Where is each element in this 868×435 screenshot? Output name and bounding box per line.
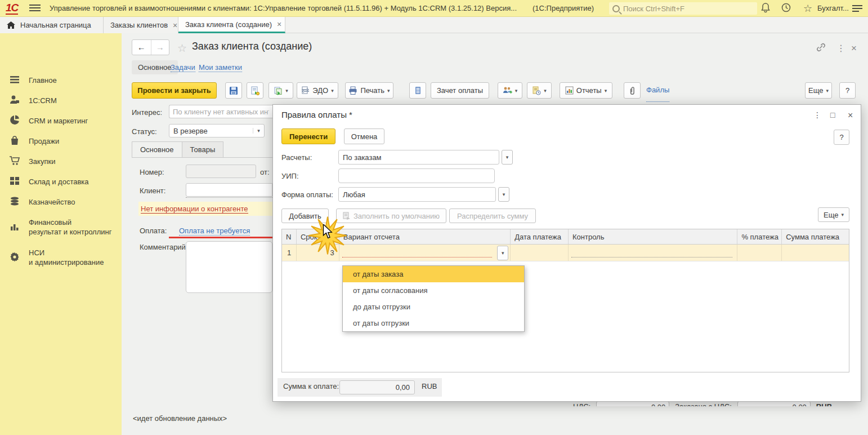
document-schedule-button[interactable]: ▾ xyxy=(527,82,552,99)
sidebar-item-crm-marketing[interactable]: CRM и маркетинг xyxy=(0,112,122,129)
status-select[interactable]: В резерве ▾ xyxy=(169,124,265,137)
sidebar-item-sales[interactable]: Продажи xyxy=(0,132,122,149)
reports-button[interactable]: Отчеты ▾ xyxy=(560,82,612,99)
payment-rules-link[interactable]: Оплата не требуется xyxy=(179,227,250,236)
favorite-star-icon[interactable]: ☆ xyxy=(177,42,187,55)
col-pay-date[interactable]: Дата платежа xyxy=(511,229,569,244)
subtab-divider xyxy=(132,157,276,158)
variant-dropdown-button[interactable]: ▾ xyxy=(497,246,508,260)
dialog-maximize-icon[interactable]: □ xyxy=(830,110,835,119)
tab-home-label: Начальная страница xyxy=(20,21,91,29)
cell-sum[interactable] xyxy=(782,245,849,261)
payform-dropdown-button[interactable]: ▾ xyxy=(498,187,509,202)
files-link[interactable]: Файлы xyxy=(646,86,669,102)
user-menu[interactable]: Бухгалт... xyxy=(817,0,849,17)
tab-customer-orders[interactable]: Заказы клиентов × xyxy=(104,17,178,33)
chevron-down-icon[interactable]: ▾ xyxy=(253,128,264,134)
edo-button[interactable]: ЭДО ▾ xyxy=(297,82,338,99)
payment-offset-button[interactable]: Зачет оплаты xyxy=(431,82,489,99)
dialog-more-button[interactable]: Еще▾ xyxy=(818,207,849,222)
post-document-button[interactable] xyxy=(247,82,263,99)
payform-select[interactable]: Любая xyxy=(338,187,496,202)
add-contact-button[interactable]: ▾ xyxy=(498,82,522,99)
more-label: Еще xyxy=(808,86,823,95)
settings-menu-icon[interactable] xyxy=(852,5,862,14)
nav-tab-notes[interactable]: Мои заметки xyxy=(199,63,242,72)
dropdown-option-approval-date[interactable]: от даты согласования xyxy=(343,282,524,299)
subtab-goods[interactable]: Товары xyxy=(182,141,224,158)
global-search-input[interactable]: Поиск Ctrl+Shift+F xyxy=(609,2,757,15)
sidebar-item-purchases[interactable]: Закупки xyxy=(0,153,122,170)
calculations-dropdown-button[interactable]: ▾ xyxy=(502,150,513,165)
status-label: Статус: xyxy=(132,127,157,136)
sidebar-item-treasury[interactable]: Казначейство xyxy=(0,193,122,210)
sidebar-item-finresult[interactable]: Финансовый результат и контроллинг xyxy=(0,215,122,239)
dialog-more-dots-icon[interactable]: ⋮ xyxy=(813,110,821,119)
no-counterparty-banner: Нет информации о контрагенте xyxy=(138,202,276,216)
col-term[interactable]: Срок xyxy=(297,229,339,244)
save-button[interactable] xyxy=(225,82,242,99)
nav-tab-tasks[interactable]: Задачи xyxy=(171,63,195,72)
col-sum[interactable]: Сумма платежа xyxy=(782,229,849,244)
favorites-star-icon[interactable]: ☆ xyxy=(802,3,814,14)
history-icon[interactable] xyxy=(781,3,794,14)
main-menu-icon[interactable] xyxy=(29,5,41,12)
more-dots-icon[interactable]: ⋮ xyxy=(836,43,845,54)
subtab-main[interactable]: Основное xyxy=(132,141,182,158)
cell-n[interactable]: 1 xyxy=(282,245,297,261)
post-and-close-button[interactable]: Провести и закрыть xyxy=(132,82,217,99)
people-add-icon xyxy=(503,86,512,95)
cell-variant-editor[interactable]: ▾ xyxy=(339,245,511,261)
col-percent[interactable]: % платежа xyxy=(737,229,782,244)
structure-button[interactable] xyxy=(409,82,426,99)
order-subtabs: Основное Товары Дополнительн xyxy=(132,141,276,158)
sidebar-item-warehouse[interactable]: Склад и доставка xyxy=(0,173,122,190)
cancel-button[interactable]: Отмена xyxy=(344,128,384,144)
col-variant[interactable]: Вариант отсчета xyxy=(339,229,511,244)
cell-percent[interactable] xyxy=(737,245,782,261)
form-more-button[interactable]: Еще▾ xyxy=(805,82,832,99)
dropdown-option-order-date[interactable]: от даты заказа xyxy=(343,266,524,282)
link-icon[interactable] xyxy=(816,43,826,52)
tab-customer-order-new[interactable]: Заказ клиента (создание) × xyxy=(178,17,285,33)
cell-control[interactable] xyxy=(569,245,737,261)
tab-home[interactable]: Начальная страница xyxy=(0,17,104,33)
uip-input[interactable] xyxy=(338,168,495,183)
form-help-button[interactable]: ? xyxy=(839,82,856,99)
transfer-button[interactable]: Перенести xyxy=(281,128,335,144)
client-input[interactable] xyxy=(186,183,272,197)
sidebar-item-main[interactable]: Главное xyxy=(0,72,122,88)
notifications-bell-icon[interactable] xyxy=(761,3,773,14)
tab-close-icon[interactable]: × xyxy=(277,20,281,29)
interest-input[interactable] xyxy=(169,105,272,118)
payform-label: Форма оплаты: xyxy=(281,190,333,199)
attach-button[interactable] xyxy=(624,82,641,99)
status-value: В резерве xyxy=(169,127,253,135)
home-icon xyxy=(7,21,15,29)
dropdown-option-before-shipment[interactable]: до даты отгрузки xyxy=(343,299,524,315)
close-form-icon[interactable]: × xyxy=(851,43,857,54)
col-n[interactable]: N xyxy=(282,229,297,244)
back-button[interactable]: ← xyxy=(132,40,151,55)
sidebar-item-label: Финансовый результат и контроллинг xyxy=(29,218,111,237)
search-placeholder: Поиск Ctrl+Shift+F xyxy=(623,5,684,13)
dialog-close-icon[interactable]: × xyxy=(848,110,853,121)
cell-term[interactable]: 3 xyxy=(297,245,339,261)
tab-close-icon[interactable]: × xyxy=(173,21,177,30)
copy-create-based-button[interactable]: ▾ xyxy=(269,82,293,99)
print-button[interactable]: Печать ▾ xyxy=(345,82,393,99)
sum-to-pay-value[interactable]: 0,00 xyxy=(339,380,415,394)
add-row-button[interactable]: Добавить xyxy=(281,208,329,223)
calculations-select[interactable]: По заказам xyxy=(338,150,499,165)
no-counterparty-link[interactable]: Нет информации о контрагенте xyxy=(141,205,248,214)
cell-pay-date[interactable] xyxy=(511,245,569,261)
dialog-help-button[interactable]: ? xyxy=(834,130,849,145)
table-row[interactable]: 1 3 ▾ xyxy=(282,245,849,261)
col-control[interactable]: Контроль xyxy=(569,229,737,244)
forward-button[interactable]: → xyxy=(151,40,169,55)
number-input[interactable] xyxy=(186,165,256,178)
sidebar-item-nsi-admin[interactable]: НСИ и администрирование xyxy=(0,245,122,270)
dropdown-option-from-shipment[interactable]: от даты отгрузки xyxy=(343,315,524,331)
comment-textarea[interactable] xyxy=(186,241,272,293)
sidebar-item-1c-crm[interactable]: 1С:CRM xyxy=(0,92,122,109)
